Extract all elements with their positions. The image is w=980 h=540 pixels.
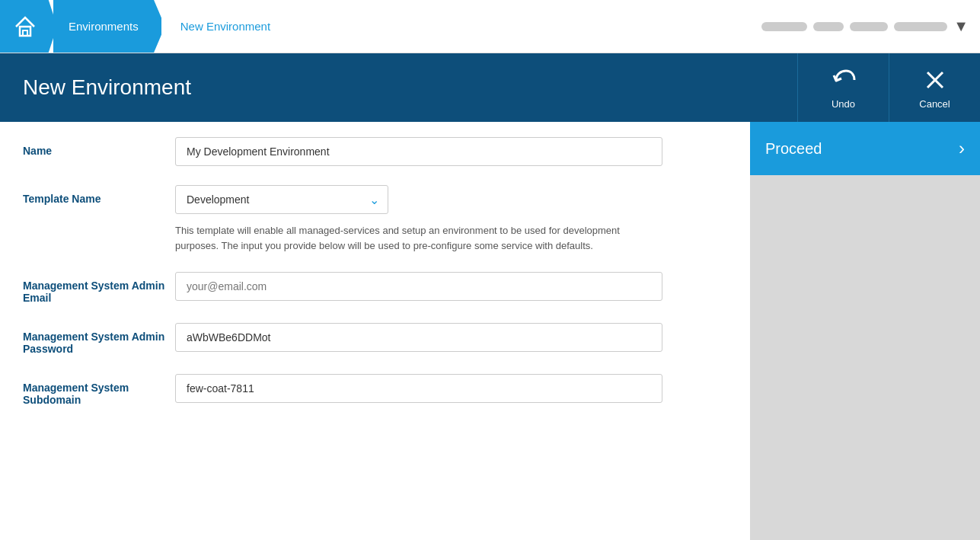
new-environment-label: New Environment xyxy=(180,20,270,33)
template-name-row: Template Name Development Production Sta… xyxy=(23,185,727,253)
form-area: Name Template Name Development Productio… xyxy=(0,122,750,540)
proceed-button[interactable]: Proceed › xyxy=(750,122,980,175)
page-title: New Environment xyxy=(0,53,797,122)
mgmt-email-control xyxy=(175,272,727,301)
mgmt-subdomain-control xyxy=(175,374,727,403)
undo-icon xyxy=(830,66,857,94)
nav-dropdown-icon[interactable]: ▼ xyxy=(953,18,969,35)
name-row: Name xyxy=(23,137,727,166)
nav-pill-1 xyxy=(761,22,807,31)
mgmt-email-input[interactable] xyxy=(175,272,662,301)
mgmt-password-control xyxy=(175,323,727,352)
main-area: Name Template Name Development Productio… xyxy=(0,122,980,540)
undo-label: Undo xyxy=(832,98,855,110)
name-label: Name xyxy=(23,137,175,157)
home-button[interactable] xyxy=(0,0,57,53)
cancel-icon xyxy=(921,66,949,94)
header-bar: New Environment Undo Cancel xyxy=(0,53,980,122)
nav-pill-4 xyxy=(894,22,947,31)
cancel-label: Cancel xyxy=(919,98,950,110)
template-select-wrapper: Development Production Staging ⌄ xyxy=(175,185,388,214)
environments-label: Environments xyxy=(69,20,139,33)
name-input[interactable] xyxy=(175,137,662,166)
cancel-button[interactable]: Cancel xyxy=(889,53,980,122)
mgmt-subdomain-input[interactable] xyxy=(175,374,662,403)
template-name-label: Template Name xyxy=(23,185,175,205)
mgmt-password-input[interactable] xyxy=(175,323,662,352)
nav-pill-2 xyxy=(813,22,844,31)
nav-environments[interactable]: Environments xyxy=(53,0,165,53)
mgmt-subdomain-label: Management System Subdomain xyxy=(23,374,175,406)
sidebar-content xyxy=(750,175,980,540)
nav-new-environment: New Environment xyxy=(161,0,297,53)
mgmt-email-row: Management System Admin Email xyxy=(23,272,727,304)
proceed-chevron-icon: › xyxy=(959,138,965,159)
undo-button[interactable]: Undo xyxy=(797,53,889,122)
template-control: Development Production Staging ⌄ This te… xyxy=(175,185,727,253)
mgmt-email-label: Management System Admin Email xyxy=(23,272,175,304)
template-description: This template will enable all managed-se… xyxy=(175,223,662,253)
mgmt-subdomain-row: Management System Subdomain xyxy=(23,374,727,406)
name-control xyxy=(175,137,727,166)
sidebar: Proceed › xyxy=(750,122,980,540)
nav-pill-3 xyxy=(850,22,888,31)
mgmt-password-label: Management System Admin Password xyxy=(23,323,175,355)
nav-spacer: ▼ xyxy=(297,0,980,53)
top-nav: Environments New Environment ▼ xyxy=(0,0,980,53)
mgmt-password-row: Management System Admin Password xyxy=(23,323,727,355)
proceed-label: Proceed xyxy=(765,140,822,158)
page-title-text: New Environment xyxy=(23,75,191,100)
template-select[interactable]: Development Production Staging xyxy=(175,185,388,214)
